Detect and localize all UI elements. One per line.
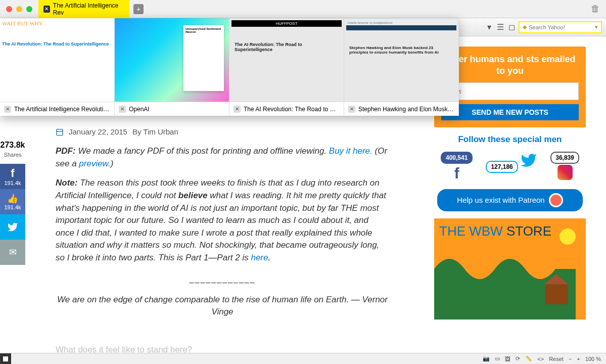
trash-icon[interactable]: 🗑 [591,4,600,14]
statusbar: 📷 ▭ 🖼 ⟳ 📏 <> Reset − + 100 % [0,353,606,364]
newsletter-heading: other humans and sts emailed to you [441,54,579,77]
reset-button[interactable]: Reset [549,356,564,362]
close-tab-button[interactable]: ✕ [43,6,50,13]
search-box[interactable]: ◆ ▾ [519,21,602,33]
close-icon[interactable]: ✕ [348,106,355,113]
device-icon[interactable]: ▭ [495,355,500,362]
store-illustration [434,244,576,320]
epigraph: We are on the edge of change comparable … [57,295,388,317]
chevron-down-icon[interactable]: ▾ [485,23,493,31]
zoom-level: 100 % [585,356,601,362]
tab-switcher-overlay: WAIT BUT WHY The AI Revolution: The Road… [0,18,459,116]
note-label: Note: [56,178,77,188]
tab-thumbnail[interactable]: Unsupervised Sentiment Neuron ✕ OpenAI [115,18,229,116]
zoom-out-button[interactable]: − [569,356,572,362]
social-instagram[interactable]: 36,839 [550,152,579,182]
share-total: 273.8kShares [0,138,25,164]
minimize-window-button[interactable] [16,6,22,12]
close-icon[interactable]: ✕ [119,106,126,113]
active-tab[interactable]: ✕ The Artificial Intelligence Rev [38,0,129,18]
article-date: January 22, 2015 [69,127,127,136]
teaser-text: What does it feel like to stand here? [56,344,389,353]
bookmark-icon[interactable]: ◻ [507,23,516,31]
share-facebook-button[interactable]: f191.4k [0,164,25,189]
sync-icon[interactable]: ⟳ [516,355,520,362]
dropdown-icon[interactable]: ▾ [595,24,598,30]
preview-link[interactable]: preview [79,159,108,168]
image-icon[interactable]: 🖼 [505,356,510,362]
part2-link[interactable]: here [251,253,268,262]
follow-heading: Follow these special men [434,134,586,145]
tab-thumbnail[interactable]: HUFFPOST The AI Revolution: The Road to … [229,18,344,116]
patreon-icon [549,193,563,207]
tab-thumbnail[interactable]: WAIT BUT WHY The AI Revolution: The Road… [0,18,115,116]
tab-title: The Artificial Intelligence Rev [53,2,124,16]
close-window-button[interactable] [6,6,12,12]
store-banner[interactable]: THE WBW STORE [434,218,586,320]
patreon-button[interactable]: Help us exist with Patreon [437,189,583,211]
divider: ____________ [56,275,389,284]
svg-rect-0 [57,129,63,135]
code-icon[interactable]: <> [537,356,544,362]
social-twitter[interactable]: 127,186 [486,152,537,182]
tab-thumbnail[interactable]: Catella lanserar ny fastighetsfond Steph… [344,18,459,116]
zoom-in-button[interactable]: + [577,356,580,362]
search-input[interactable] [529,24,595,30]
camera-icon[interactable]: 📷 [483,355,490,362]
titlebar: ✕ The Artificial Intelligence Rev + 🗑 [0,0,606,18]
ruler-icon[interactable]: 📏 [525,355,532,362]
share-like-button[interactable]: 👍191.4k [0,189,25,214]
panel-toggle-button[interactable] [0,353,11,365]
share-email-button[interactable]: ✉ [0,240,25,265]
sun-icon [560,229,576,245]
pdf-label: PDF: [56,146,76,156]
social-facebook[interactable]: 400,541 f [441,152,473,182]
close-icon[interactable]: ✕ [4,106,11,113]
article-byline: By Tim Urban [132,127,178,136]
svg-rect-2 [545,284,568,304]
share-twitter-button[interactable] [0,214,25,240]
buy-pdf-link[interactable]: Buy it here. [329,146,372,156]
list-icon[interactable]: ☰ [496,23,504,31]
calendar-icon [56,128,64,136]
maximize-window-button[interactable] [26,6,32,12]
close-icon[interactable]: ✕ [234,106,241,113]
email-field[interactable] [441,82,579,100]
search-icon: ◆ [523,24,527,30]
new-tab-button[interactable]: + [133,4,144,14]
subscribe-button[interactable]: SEND ME NEW POSTS [441,104,579,120]
